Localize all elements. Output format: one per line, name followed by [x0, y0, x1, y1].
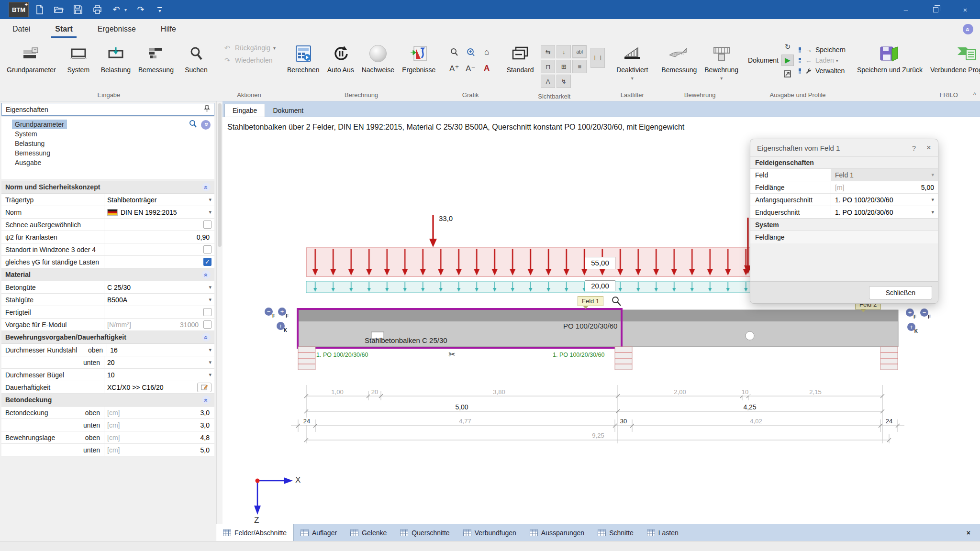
toggle-polyline-icon[interactable]: ↯ [557, 75, 571, 88]
rundstahl-oben-select[interactable]: 16▾ [107, 344, 214, 356]
field-zoom-icon[interactable] [611, 296, 622, 309]
show-document-icon[interactable]: ▶ [781, 55, 794, 66]
bottom-tab-gelenke[interactable]: Gelenke [344, 524, 393, 541]
lastfilter-deaktiviert-button[interactable]: Deaktiviert▾ [612, 41, 652, 83]
dialog-title-bar[interactable]: Eigenschaften vom Feld 1 ? × [750, 139, 938, 156]
collapse-section-icon[interactable]: « [202, 270, 211, 279]
add-cantilever-left-button[interactable]: +K [277, 322, 287, 332]
psi2-input[interactable]: 0,90 [104, 231, 214, 243]
tree-item-belastung[interactable]: Belastung [12, 139, 47, 148]
zoom-icon[interactable] [447, 45, 461, 59]
udl-top-value[interactable]: 55,00 [585, 257, 615, 269]
tree-item-grundparameter[interactable]: Grundparameter [12, 120, 67, 129]
dokument-label[interactable]: Dokument [748, 56, 779, 64]
auto-aus-button[interactable]: Auto Aus [323, 41, 358, 76]
tree-item-bemessung[interactable]: Bemessung [12, 148, 53, 158]
standard-ansicht-button[interactable]: Standard [501, 41, 539, 76]
ergebnisse-button[interactable]: Ergebnisse [398, 41, 439, 76]
profil-verwalten-button[interactable]: Verwalten [799, 67, 846, 75]
close-table-panel-icon[interactable]: × [957, 529, 980, 537]
bottom-tab-felder[interactable]: Felder/Abschnitte [216, 524, 294, 541]
collapse-section-icon[interactable]: « [202, 183, 211, 191]
emodul-checkbox[interactable] [203, 320, 212, 329]
customize-toolbar-icon[interactable]: ▾ [155, 4, 165, 15]
toggle-section-swap-icon[interactable]: ⇆ [541, 45, 555, 58]
verbundene-programme-button[interactable]: Verbundene Programme [926, 41, 980, 76]
dialog-close-icon[interactable]: × [926, 143, 931, 153]
toggle-supports-icon[interactable]: ⊓ [541, 60, 555, 73]
redo-button[interactable]: ↷Wiederholen [223, 56, 276, 64]
bewehrung-bemessung-button[interactable]: Bemessung [657, 41, 701, 76]
expand-document-icon[interactable] [781, 68, 794, 79]
schliessen-button[interactable]: Schließen [869, 286, 932, 299]
bottom-tab-auflager[interactable]: Auflager [294, 524, 344, 541]
nachweise-button[interactable]: Nachweise [358, 41, 398, 76]
menu-tab-datei[interactable]: Datei [0, 19, 43, 39]
bottom-tab-aussparungen[interactable]: Aussparungen [523, 524, 591, 541]
anfangsquerschnitt-select[interactable]: 1. PO 100/20/30/60▾ [831, 194, 938, 206]
font-increase-icon[interactable]: A⁺ [447, 61, 461, 76]
field1-tag[interactable]: Feld 1 [578, 296, 603, 306]
remove-field-left-button[interactable]: −F [265, 308, 275, 318]
tab-dokument[interactable]: Dokument [265, 104, 311, 117]
menu-tab-hilfe[interactable]: Hilfe [148, 19, 189, 39]
support-right[interactable] [880, 347, 898, 370]
pin-icon[interactable] [204, 105, 210, 114]
toggle-load-values-icon[interactable]: ≡ [572, 60, 587, 73]
zoom-home-icon[interactable]: ⌂ [479, 45, 494, 59]
section-norm[interactable]: Norm und Sicherheitskonzept« [1, 181, 214, 194]
bottom-tab-querschnitte[interactable]: Querschnitte [393, 524, 456, 541]
deckung-oben-input[interactable]: [cm]3,0 [104, 407, 214, 419]
tree-search-icon[interactable] [189, 120, 197, 130]
lage-unten-input[interactable]: [cm]5,0 [104, 444, 214, 456]
endquerschnitt-select[interactable]: 1. PO 100/20/30/60▾ [831, 206, 938, 218]
tab-eingabe[interactable]: Eingabe [224, 104, 265, 117]
system-button[interactable]: System [60, 41, 97, 76]
norm-select[interactable]: DIN EN 1992:2015▾ [104, 206, 214, 218]
add-field-left-button[interactable]: +F [278, 308, 288, 318]
belastung-button[interactable]: Belastung [97, 41, 134, 76]
tree-item-ausgabe[interactable]: Ausgabe [12, 158, 44, 167]
toggle-dimensions-icon[interactable]: ⊞ [557, 60, 571, 73]
feld-select[interactable]: Feld 1▾ [831, 169, 938, 181]
lage-oben-input[interactable]: [cm]4,8 [104, 431, 214, 443]
toggle-hangers-icon[interactable]: ⊥⊥ [590, 48, 605, 68]
bemessung-button[interactable]: Bemessung [134, 41, 178, 76]
betonguete-select[interactable]: C 25/30▾ [104, 281, 214, 293]
toggle-labels-abl-icon[interactable]: abl [572, 45, 587, 58]
collapse-section-icon[interactable]: « [202, 396, 211, 404]
redo-icon[interactable]: ↷ [135, 4, 146, 15]
collapse-ribbon-icon[interactable]: ^ [973, 91, 976, 99]
undo-icon[interactable]: ↶ [111, 4, 122, 15]
menu-tab-ergebnisse[interactable]: Ergebnisse [85, 19, 148, 39]
speichern-zurueck-button[interactable]: Speichern und Zurück [853, 41, 926, 76]
udl-bottom-value[interactable]: 20,00 [585, 280, 615, 291]
zoom-window-icon[interactable] [463, 45, 478, 59]
new-file-icon[interactable] [34, 4, 45, 15]
buegel-select[interactable]: 10▾ [104, 369, 214, 381]
toggle-text-icon[interactable]: A [541, 75, 555, 88]
minimize-button[interactable]: – [891, 0, 921, 19]
support-left[interactable] [298, 347, 315, 370]
open-file-icon[interactable] [54, 4, 64, 15]
section-material[interactable]: Material« [1, 268, 214, 281]
support-middle[interactable] [615, 347, 632, 370]
bottom-tab-verbundfugen[interactable]: Verbundfugen [457, 524, 523, 541]
undo-dropdown-icon[interactable]: ▾ [124, 7, 127, 12]
bewehrung-bewehrung-button[interactable]: Bewehrung▾ [701, 41, 742, 83]
berechnen-button[interactable]: Berechnen [283, 41, 323, 76]
profil-laden-button[interactable]: ←Laden▾ [799, 56, 846, 64]
section-bewehrungsvorgaben[interactable]: Bewehrungsvorgaben/Dauerhaftigkeit« [1, 331, 214, 344]
rundstahl-unten-select[interactable]: 20▾ [104, 356, 214, 368]
scissors-icon[interactable]: ✂ [448, 349, 456, 360]
tree-item-system[interactable]: System [12, 129, 40, 139]
font-color-icon[interactable]: A [479, 61, 494, 76]
fertigteil-checkbox[interactable] [203, 308, 212, 316]
dialog-help-icon[interactable]: ? [902, 144, 926, 152]
font-decrease-icon[interactable]: A⁻ [463, 61, 478, 76]
add-field-right-button[interactable]: +F [906, 309, 916, 319]
restore-button[interactable] [921, 0, 950, 19]
assistant-icon[interactable]: « [963, 24, 973, 34]
save-icon[interactable] [73, 4, 83, 15]
remove-field-right-button[interactable]: −F [920, 309, 930, 319]
